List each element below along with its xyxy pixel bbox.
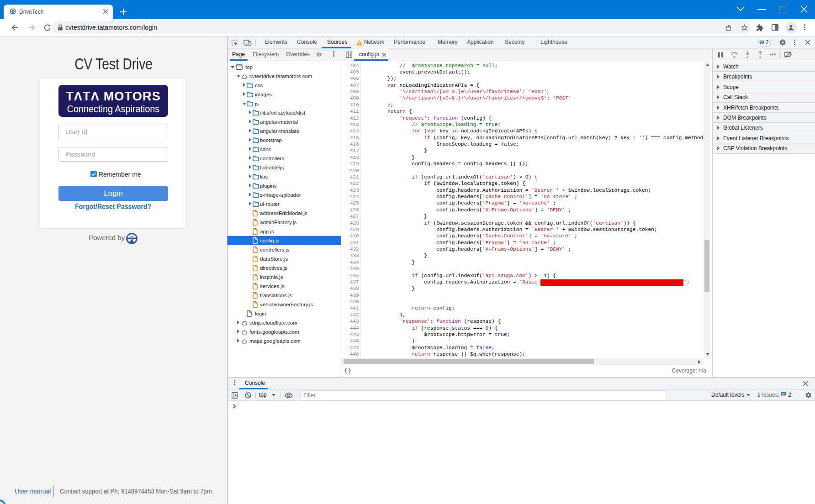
svg-text:DRIVE: DRIVE (11, 10, 15, 11)
svg-text:DRIVE: DRIVE (129, 236, 135, 239)
svg-text:TECH: TECH (130, 239, 134, 241)
svg-text:TECH: TECH (12, 11, 15, 12)
